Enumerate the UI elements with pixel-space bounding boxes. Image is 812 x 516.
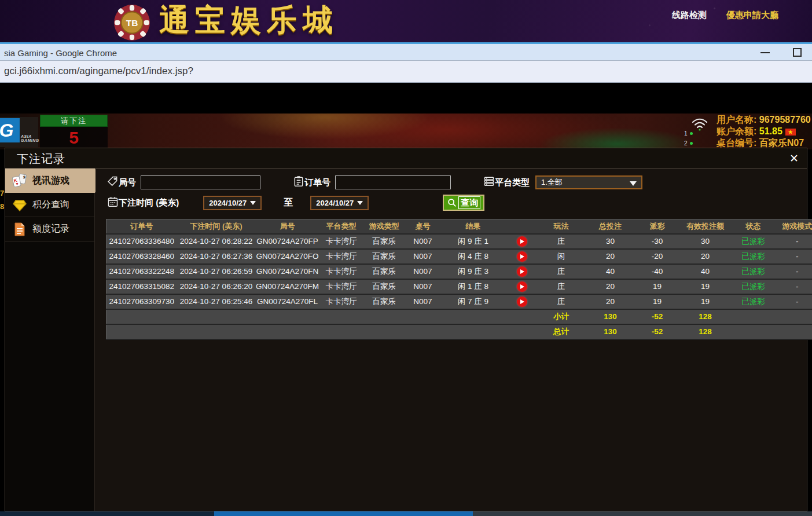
- cell-valid-bet: 30: [678, 234, 733, 249]
- column-header: 游戏类型: [363, 219, 405, 234]
- cell-table-number: N007: [405, 264, 441, 279]
- cell-game-type: 百家乐: [363, 234, 405, 249]
- cell-replay[interactable]: [506, 249, 538, 264]
- user-info-panel: 用户名称: 9679587760 账户余额: 51.85★ 桌台编号: 百家乐N…: [717, 114, 811, 149]
- asia-gaming-logo-icon: G: [0, 118, 20, 142]
- platform-type-select[interactable]: 1.全部: [535, 175, 642, 189]
- bet-timer-panel: 请下注 5: [40, 115, 108, 149]
- filter-row-1: 局号 订单号 平台类型 1.全: [95, 175, 642, 189]
- cell-replay[interactable]: [506, 264, 538, 279]
- grand-total-total: 130: [585, 324, 637, 339]
- table-row: 241027063322248 2024-10-27 06:26:59 GN00…: [106, 264, 812, 279]
- cell-bet-time: 2024-10-27 06:28:22: [177, 234, 256, 249]
- cell-payout: -20: [637, 249, 678, 264]
- cell-result: 闲 4 庄 8: [441, 249, 506, 264]
- table-number-label: 桌台编号:: [717, 138, 756, 148]
- table-number-value: 百家乐N07: [759, 138, 804, 148]
- bet-banner-label: 请下注: [40, 115, 108, 127]
- close-icon[interactable]: ✕: [789, 152, 799, 165]
- maximize-icon[interactable]: [793, 48, 802, 57]
- platform-type-label: 平台类型: [495, 177, 530, 188]
- cell-status: 已派彩: [733, 279, 774, 294]
- cell-total-bet: 20: [585, 294, 637, 309]
- date-from-value: 2024/10/27: [209, 199, 247, 207]
- countdown-value: 5: [69, 128, 79, 148]
- cell-game-type: 百家乐: [363, 264, 405, 279]
- cell-valid-bet: 40: [678, 264, 733, 279]
- screen: TB 通宝娱乐城 线路检测 優惠申請大廳 sia Gaming - Google…: [0, 0, 812, 516]
- seat-number: 1: [684, 129, 688, 138]
- clipboard-icon: [293, 175, 304, 189]
- cell-game-type: 百家乐: [363, 294, 405, 309]
- sidebar-item-credit-records[interactable]: 额度记录: [5, 217, 94, 241]
- promo-hall-link[interactable]: 優惠申請大廳: [726, 10, 778, 21]
- asia-gaming-badge: G ASIA GAMING: [0, 117, 38, 147]
- cell-order-number: 241027063328460: [106, 249, 177, 264]
- chrome-titlebar[interactable]: sia Gaming - Google Chrome: [0, 42, 812, 61]
- asia-gaming-text: ASIA GAMING: [21, 134, 39, 142]
- order-number-label: 订单号: [304, 177, 330, 188]
- cell-table-number: N007: [405, 234, 441, 249]
- cell-result: 闲 1 庄 8: [441, 279, 506, 294]
- chrome-urlbar[interactable]: gci.j66ixhmi.com/agingame/pcv1/index.jsp…: [0, 61, 812, 83]
- balance-value: 51.85: [759, 126, 782, 136]
- cell-total-bet: 30: [585, 234, 637, 249]
- table-row: 241027063309730 2024-10-27 06:25:46 GN00…: [106, 294, 812, 309]
- column-header: 下注时间 (美东): [177, 219, 256, 234]
- cell-result: 闲 9 庄 3: [441, 264, 506, 279]
- play-video-icon[interactable]: [517, 251, 527, 262]
- column-header: 有效投注额: [678, 219, 733, 234]
- date-to-picker[interactable]: 2024/10/27: [310, 196, 369, 210]
- column-header: 派彩: [637, 219, 678, 234]
- site-header: TB 通宝娱乐城 线路检测 優惠申請大廳: [0, 0, 812, 42]
- cell-replay[interactable]: [506, 294, 538, 309]
- table-row: 241027063336480 2024-10-27 06:28:22 GN00…: [106, 234, 812, 249]
- query-button[interactable]: 查询: [443, 195, 484, 211]
- bottom-scrollbar[interactable]: [0, 511, 812, 516]
- cell-play-type: 闲: [538, 249, 585, 264]
- date-from-picker[interactable]: 2024/10/27: [203, 196, 262, 210]
- cell-status: 已派彩: [733, 264, 774, 279]
- cell-play-type: 庄: [538, 264, 585, 279]
- cell-valid-bet: 19: [678, 294, 733, 309]
- column-header: 玩法: [538, 219, 585, 234]
- column-header: 结果: [441, 219, 506, 234]
- window-buttons: [759, 44, 802, 60]
- site-logo: TB 通宝娱乐城: [113, 3, 339, 42]
- cell-play-type: 庄: [538, 234, 585, 249]
- cell-replay[interactable]: [506, 279, 538, 294]
- sidebar-item-points-query[interactable]: 积分查询: [5, 193, 94, 217]
- date-to-value: 2024/10/27: [316, 199, 354, 207]
- cell-round-number: GN00724A270FL: [256, 294, 319, 309]
- bet-time-label: 下注时间 (美东): [119, 197, 179, 208]
- document-icon: [12, 222, 27, 237]
- play-video-icon[interactable]: [517, 281, 527, 292]
- play-video-icon[interactable]: [517, 236, 527, 247]
- sidebar-item-video-games[interactable]: 9 K ♥ 视讯游戏: [5, 169, 102, 193]
- minimize-icon[interactable]: [759, 46, 771, 58]
- cell-bet-time: 2024-10-27 06:26:20: [177, 279, 256, 294]
- chip-tb-text: TB: [126, 18, 138, 28]
- cell-play-type: 庄: [538, 294, 585, 309]
- page-gap: [0, 83, 812, 114]
- cell-valid-bet: 19: [678, 279, 733, 294]
- column-header: 状态: [733, 219, 774, 234]
- platform-type-value: 1.全部: [541, 177, 563, 188]
- cell-round-number: GN00724A270FP: [256, 234, 319, 249]
- cell-bet-time: 2024-10-27 06:27:36: [177, 249, 256, 264]
- balance-line: 账户余额: 51.85★: [717, 126, 811, 137]
- cell-round-number: GN00724A270FO: [256, 249, 319, 264]
- play-video-icon[interactable]: [517, 297, 527, 307]
- cell-bet-time: 2024-10-27 06:25:46: [177, 294, 256, 309]
- poker-chip-logo-icon: TB: [113, 3, 151, 42]
- cell-order-number: 241027063336480: [106, 234, 177, 249]
- cell-game-mode: -: [774, 294, 812, 309]
- chevron-down-icon: [630, 181, 637, 186]
- play-video-icon[interactable]: [517, 266, 527, 277]
- round-number-input[interactable]: [141, 175, 260, 189]
- cell-replay[interactable]: [506, 234, 538, 249]
- cell-total-bet: 20: [585, 279, 637, 294]
- line-check-link[interactable]: 线路检测: [672, 10, 707, 21]
- cell-round-number: GN00724A270FM: [256, 279, 319, 294]
- order-number-input[interactable]: [335, 175, 451, 189]
